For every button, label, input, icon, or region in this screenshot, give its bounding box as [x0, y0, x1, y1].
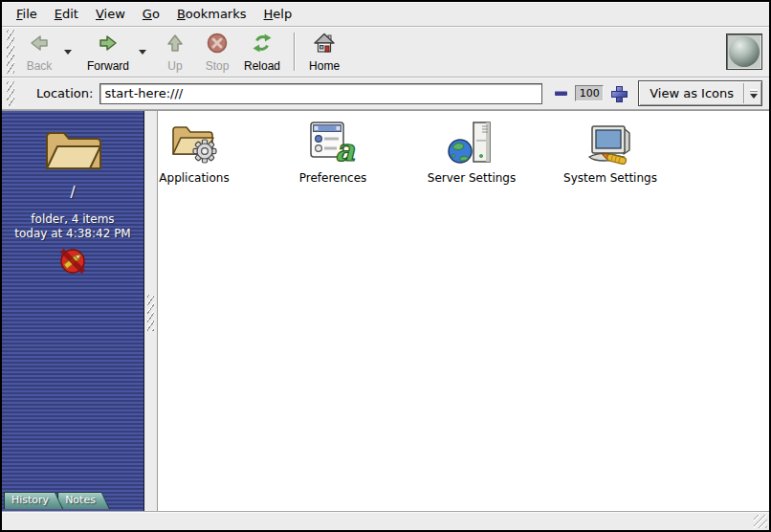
home-button[interactable]: Home — [303, 30, 345, 75]
icon-label: Applications — [159, 171, 229, 185]
sidebar-item-count: folder, 4 items — [14, 212, 130, 227]
icon-applications[interactable]: Applications — [160, 121, 229, 185]
computer-with-tool-icon — [585, 121, 635, 168]
menu-bookmarks[interactable]: Bookmarks — [168, 3, 255, 25]
up-label: Up — [167, 60, 182, 72]
icon-server-settings[interactable]: Server Settings — [437, 121, 506, 185]
back-button[interactable]: Back — [18, 30, 60, 75]
icon-system-settings[interactable]: System Settings — [576, 121, 645, 185]
throbber-sphere-icon — [729, 36, 760, 67]
icon-label: Server Settings — [428, 171, 516, 185]
forward-button[interactable]: Forward — [81, 30, 135, 75]
home-icon — [313, 32, 336, 57]
splitter-grip-handle[interactable] — [147, 295, 154, 331]
location-label: Location: — [36, 86, 93, 100]
zoom-in-button[interactable] — [610, 84, 626, 103]
stop-label: Stop — [206, 60, 230, 72]
capplet-green-a-icon: a — [309, 121, 357, 168]
zoom-level-indicator[interactable]: 100 — [575, 85, 604, 101]
icon-label: System Settings — [563, 171, 657, 185]
menu-edit[interactable]: Edit — [46, 3, 87, 25]
reload-button[interactable]: Reload — [238, 30, 286, 75]
sidebar-tabs: History Notes — [4, 492, 110, 509]
toolbar-drag-handle[interactable] — [7, 30, 14, 74]
dropdown-indicator — [745, 89, 761, 99]
no-write-emblem-icon — [59, 248, 86, 278]
pane-splitter[interactable] — [144, 111, 157, 511]
zoom-out-button[interactable] — [553, 84, 568, 103]
svg-text:a: a — [335, 132, 356, 165]
throbber — [726, 33, 762, 70]
toolbar: Back Forward Up — [2, 27, 769, 78]
forward-history-dropdown[interactable] — [135, 30, 150, 75]
back-history-dropdown[interactable] — [60, 30, 76, 75]
back-icon — [28, 32, 51, 57]
status-bar — [2, 511, 769, 530]
menu-file[interactable]: File — [8, 3, 46, 25]
stop-button[interactable]: Stop — [196, 30, 238, 75]
nautilus-window: File Edit View Go Bookmarks Help Back Fo… — [0, 0, 771, 532]
window-resize-grip[interactable] — [754, 515, 767, 528]
up-button[interactable]: Up — [154, 30, 196, 75]
folder-with-gear-icon — [170, 121, 218, 168]
sidebar-folder-title: / — [70, 184, 75, 201]
back-label: Back — [27, 60, 53, 72]
toolbar-separator — [294, 33, 296, 71]
tab-notes[interactable]: Notes — [57, 492, 110, 509]
reload-label: Reload — [244, 60, 280, 72]
up-icon — [164, 32, 187, 57]
stop-icon — [206, 32, 229, 57]
plus-icon — [611, 86, 626, 100]
tab-notes-label: Notes — [58, 493, 109, 509]
location-input[interactable] — [99, 83, 542, 104]
icon-view: Applications a Prefer — [157, 111, 769, 511]
menu-view[interactable]: View — [87, 3, 134, 25]
menubar: File Edit View Go Bookmarks Help — [2, 2, 769, 27]
location-bar: Location: 100 View as Icons — [2, 78, 769, 110]
tab-history[interactable]: History — [4, 492, 63, 509]
content-area: / folder, 4 items today at 4:38:42 PM Hi… — [2, 110, 769, 511]
view-as-dropdown[interactable]: View as Icons — [638, 80, 762, 106]
reload-icon — [251, 32, 274, 57]
tab-history-label: History — [5, 493, 62, 509]
view-as-label: View as Icons — [650, 86, 743, 100]
home-label: Home — [309, 60, 340, 72]
menu-help[interactable]: Help — [255, 3, 301, 25]
chevron-down-icon — [64, 50, 72, 55]
option-menu-ridge — [750, 89, 758, 92]
folder-icon — [41, 124, 104, 180]
locationbar-drag-handle[interactable] — [7, 81, 14, 106]
minus-icon — [555, 91, 567, 96]
sidebar-folder-info: folder, 4 items today at 4:38:42 PM — [14, 212, 130, 241]
forward-label: Forward — [87, 60, 129, 72]
chevron-down-icon — [139, 50, 146, 55]
icon-preferences[interactable]: a Preferences — [298, 121, 367, 185]
menu-go[interactable]: Go — [134, 3, 168, 25]
tower-with-globe-icon — [448, 121, 496, 168]
sidebar-modified-time: today at 4:38:42 PM — [14, 227, 130, 241]
sidebar-panel: / folder, 4 items today at 4:38:42 PM Hi… — [2, 111, 144, 511]
chevron-down-icon — [750, 94, 758, 99]
icon-label: Preferences — [299, 171, 367, 185]
forward-icon — [97, 32, 120, 57]
